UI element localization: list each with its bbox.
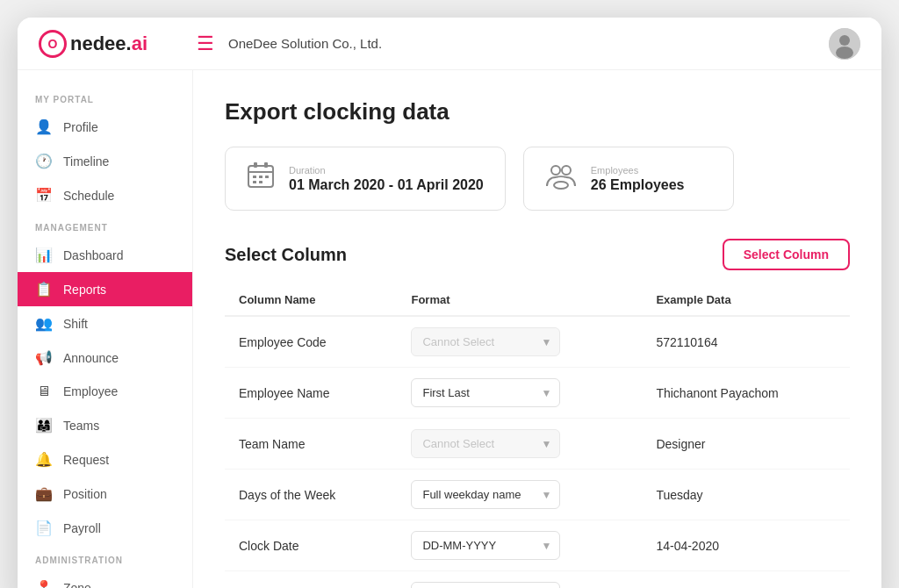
payroll-icon: 📄 [35, 520, 53, 536]
sidebar-item-profile[interactable]: 👤Profile [18, 110, 192, 144]
sidebar-item-label-zone: Zone [63, 581, 91, 589]
svg-point-1 [839, 35, 850, 46]
sidebar-item-label-dashboard: Dashboard [63, 248, 124, 262]
sidebar-item-schedule[interactable]: 📅Schedule [18, 178, 192, 212]
cell-example: Designer [642, 419, 850, 470]
hamburger-icon[interactable]: ☰ [197, 32, 214, 55]
format-select-wrapper: Cannot Select▼ [411, 429, 560, 458]
cell-column-name: Team Name [225, 419, 397, 470]
company-name: OneDee Solution Co., Ltd. [228, 36, 829, 51]
cell-column-name: Employee Name [225, 368, 397, 419]
shift-icon: 👥 [35, 315, 53, 332]
topbar: O nedee.ai ☰ OneDee Solution Co., Ltd. [18, 18, 881, 70]
format-select-wrapper[interactable]: HH:MM▼ [411, 582, 560, 588]
format-select-wrapper: Cannot Select▼ [411, 327, 560, 356]
format-select-wrapper[interactable]: Full weekday name▼ [411, 480, 560, 509]
sidebar-item-teams[interactable]: 👨‍👩‍👧Teams [18, 408, 192, 442]
sidebar-item-announce[interactable]: 📢Announce [18, 341, 192, 375]
calendar-icon [247, 161, 275, 196]
format-select-1[interactable]: First Last [411, 378, 560, 407]
cell-format[interactable]: DD-MM-YYYY▼ [397, 520, 642, 571]
duration-info: Duration 01 March 2020 - 01 April 2020 [289, 165, 484, 193]
cell-format[interactable]: First Last▼ [397, 368, 642, 419]
sidebar-item-label-reports: Reports [63, 283, 106, 297]
cell-column-name: Employee Code [225, 316, 397, 368]
format-select-3[interactable]: Full weekday name [411, 480, 560, 509]
avatar[interactable] [829, 28, 860, 60]
sidebar-item-dashboard[interactable]: 📊Dashboard [18, 238, 192, 272]
sidebar-item-label-employee: Employee [63, 384, 118, 398]
select-column-button[interactable]: Select Column [723, 239, 850, 270]
table-row: Employee NameFirst Last▼Thichanont Payac… [225, 368, 850, 419]
sidebar-section-label: ADMINISTRATION [18, 545, 192, 570]
employees-icon [545, 161, 577, 196]
cell-format: Cannot Select▼ [397, 419, 642, 470]
app-container: O nedee.ai ☰ OneDee Solution Co., Ltd. M… [18, 18, 881, 588]
format-select-0: Cannot Select [411, 327, 560, 356]
col-header-format: Format [397, 284, 642, 316]
announce-icon: 📢 [35, 349, 53, 366]
cell-format[interactable]: Full weekday name▼ [397, 470, 642, 520]
sidebar-item-shift[interactable]: 👥Shift [18, 306, 192, 341]
svg-point-12 [551, 166, 560, 175]
cell-format: Cannot Select▼ [397, 316, 642, 368]
sidebar-item-reports[interactable]: 📋Reports [18, 272, 192, 306]
sidebar-item-zone[interactable]: 📍Zone [18, 570, 192, 588]
employees-label: Employees [591, 165, 685, 176]
sidebar-item-label-teams: Teams [63, 419, 99, 433]
svg-point-2 [836, 47, 853, 59]
svg-rect-7 [253, 176, 256, 178]
employees-value: 26 Employees [591, 177, 685, 193]
sidebar-item-label-announce: Announce [63, 351, 119, 365]
profile-icon: 👤 [35, 118, 53, 135]
cell-example: 14-04-2020 [642, 520, 850, 571]
svg-point-14 [554, 182, 568, 189]
teams-icon: 👨‍👩‍👧 [35, 417, 53, 434]
sidebar-item-label-payroll: Payroll [63, 521, 101, 535]
main-content: Export clocking data [193, 70, 881, 588]
logo-icon: O [39, 30, 67, 58]
cell-column-name: Clock Date [225, 520, 397, 571]
reports-icon: 📋 [35, 281, 53, 298]
svg-rect-5 [254, 162, 257, 168]
sidebar-item-position[interactable]: 💼Position [18, 477, 192, 511]
sidebar-item-label-position: Position [63, 487, 107, 501]
logo-text: nedee.ai [70, 32, 147, 55]
sidebar-item-employee[interactable]: 🖥Employee [18, 375, 192, 408]
dashboard-icon: 📊 [35, 247, 53, 263]
duration-label: Duration [289, 165, 484, 176]
section-title: Select Column [225, 245, 347, 265]
table-row: Days of the WeekFull weekday name▼Tuesda… [225, 470, 850, 520]
employee-icon: 🖥 [35, 384, 53, 399]
cell-example: 572110164 [642, 316, 850, 368]
col-header-name: Column Name [225, 284, 397, 316]
section-header: Select Column Select Column [225, 239, 850, 270]
table-header-row: Column Name Format Example Data [225, 284, 850, 316]
format-select-4[interactable]: DD-MM-YYYY [411, 531, 560, 560]
table-row: Employee CodeCannot Select▼572110164 [225, 316, 850, 368]
page-title: Export clocking data [225, 98, 850, 125]
sidebar-item-timeline[interactable]: 🕐Timeline [18, 144, 192, 178]
format-select-2: Cannot Select [411, 429, 560, 458]
duration-value: 01 March 2020 - 01 April 2020 [289, 177, 484, 193]
sidebar-item-label-request: Request [63, 453, 109, 467]
summary-cards: Duration 01 March 2020 - 01 April 2020 [225, 147, 850, 211]
schedule-icon: 📅 [35, 187, 53, 204]
duration-card: Duration 01 March 2020 - 01 April 2020 [225, 147, 506, 211]
table-row: Clock DateDD-MM-YYYY▼14-04-2020 [225, 520, 850, 571]
format-select-wrapper[interactable]: DD-MM-YYYY▼ [411, 531, 560, 560]
col-header-example: Example Data [642, 284, 850, 316]
sidebar-item-payroll[interactable]: 📄Payroll [18, 511, 192, 545]
timeline-icon: 🕐 [35, 153, 53, 169]
format-select-wrapper[interactable]: First Last▼ [411, 378, 560, 407]
request-icon: 🔔 [35, 451, 53, 468]
cell-format[interactable]: HH:MM▼ [397, 571, 642, 589]
sidebar-item-request[interactable]: 🔔Request [18, 442, 192, 477]
sidebar-section-label: MY PORTAL [18, 84, 192, 110]
svg-point-13 [562, 166, 571, 175]
format-select-5[interactable]: HH:MM [411, 582, 560, 588]
svg-rect-11 [259, 181, 263, 183]
zone-icon: 📍 [35, 579, 53, 588]
table-row: Clocking TimeHH:MM▼07:59 - 17:04 [225, 571, 850, 589]
sidebar-item-label-timeline: Timeline [63, 154, 109, 169]
